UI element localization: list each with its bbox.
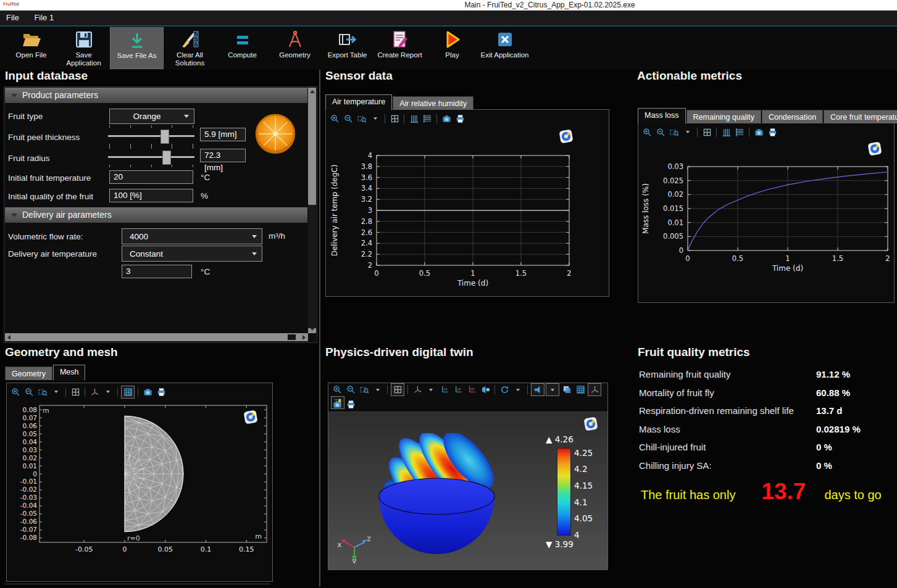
chevron-down-icon[interactable] (512, 384, 524, 395)
chevron-down-icon[interactable] (372, 384, 384, 395)
svg-text:-0.07: -0.07 (20, 526, 37, 533)
fruit-type-dropdown[interactable]: Orange (109, 109, 194, 124)
column-divider (319, 70, 320, 587)
save-file-as-button[interactable]: Save File As (110, 27, 164, 69)
tab-mesh[interactable]: Mesh (53, 365, 86, 381)
digital-twin-viewport[interactable]: ▲ 4.26 4.254.24.154.14.054 ▼ 3.99 x y z (328, 412, 607, 569)
camera-icon[interactable] (331, 399, 343, 410)
menu-file[interactable]: File (0, 10, 25, 22)
grid-toggle-icon[interactable] (121, 386, 135, 399)
zoom-extents-icon[interactable] (69, 386, 81, 398)
y-axis-log-icon[interactable] (421, 113, 433, 125)
digital-twin-toolbar-row1: xy yz xz (330, 383, 606, 397)
view-xz-icon[interactable]: xz (465, 384, 478, 395)
orientation-axes-icon[interactable] (88, 386, 101, 398)
slider-track[interactable] (108, 156, 194, 158)
section-delivery-air-parameters[interactable]: Delivery air parameters (5, 207, 307, 223)
camera-icon[interactable] (141, 386, 154, 398)
clear-all-solutions-button[interactable]: Clear All Solutions (164, 27, 216, 68)
scrollbar-thumb[interactable] (308, 205, 316, 328)
printer-icon[interactable] (344, 399, 357, 410)
tab-mass-loss[interactable]: Mass loss (638, 108, 686, 124)
vertical-scrollbar[interactable] (308, 88, 316, 333)
open-file-button[interactable]: Open File (5, 27, 57, 68)
scroll-down-icon[interactable] (310, 328, 315, 331)
zoom-extents-icon[interactable] (388, 113, 401, 125)
geometry-button[interactable]: Geometry (269, 27, 321, 68)
y-axis-log-icon[interactable] (733, 126, 746, 138)
zoom-out-icon[interactable] (344, 384, 357, 395)
section-product-parameters[interactable]: Product parameters (5, 88, 307, 103)
save-application-button[interactable]: Save Application (57, 27, 110, 68)
printer-icon[interactable] (155, 386, 167, 398)
slider-track[interactable] (108, 135, 194, 137)
initial-quality-input[interactable]: 100 [%] (109, 189, 193, 202)
chevron-down-icon[interactable] (425, 384, 437, 395)
tab-geometry[interactable]: Geometry (5, 366, 52, 380)
menu-file-1[interactable]: File 1 (28, 10, 60, 22)
zoom-extents-icon[interactable] (701, 126, 713, 138)
view-xy-icon[interactable]: xy (438, 384, 451, 395)
exit-application-button[interactable]: Exit Application (478, 27, 531, 68)
slider-handle[interactable] (162, 151, 171, 165)
tab-remaining-quality[interactable]: Remaining quality (686, 110, 761, 123)
zoom-out-icon[interactable] (654, 126, 667, 138)
camera-icon[interactable] (440, 113, 453, 125)
scene-light-icon[interactable] (531, 383, 544, 396)
x-axis-log-icon[interactable] (720, 126, 732, 138)
volumetric-flow-rate-dropdown[interactable]: 4000 (122, 228, 262, 244)
grid-toggle-icon[interactable] (574, 384, 586, 395)
zoom-in-icon[interactable] (328, 113, 341, 125)
svg-text:-0.02: -0.02 (20, 486, 37, 493)
fruit-peel-thickness-slider[interactable] (108, 125, 194, 146)
transparency-icon[interactable] (561, 384, 573, 395)
zoom-out-icon[interactable] (23, 386, 35, 398)
initial-fruit-temperature-input[interactable]: 20 (109, 170, 193, 184)
scrollbar-thumb[interactable] (288, 334, 296, 340)
chevron-down-icon[interactable] (50, 386, 62, 398)
fruit-radius-slider[interactable] (108, 146, 194, 167)
delivery-air-temp-value-input[interactable]: 3 (122, 265, 192, 278)
horizontal-scrollbar[interactable] (5, 333, 308, 341)
zoom-box-icon[interactable] (668, 126, 680, 138)
slider-handle[interactable] (161, 130, 169, 144)
zoom-box-icon[interactable] (356, 113, 368, 125)
delivery-air-temperature-dropdown[interactable]: Constant (122, 246, 262, 262)
chevron-down-icon[interactable] (369, 113, 382, 125)
view-yz-icon[interactable]: yz (452, 384, 464, 395)
orientation-axes-icon[interactable] (411, 384, 423, 395)
chevron-down-icon[interactable] (682, 126, 694, 138)
printer-icon[interactable] (766, 126, 778, 138)
zoom-box-icon[interactable] (358, 384, 370, 395)
x-axis-log-icon[interactable] (407, 113, 420, 125)
scroll-left-icon[interactable] (7, 335, 10, 340)
chevron-down-icon[interactable] (102, 386, 114, 398)
zoom-in-icon[interactable] (641, 126, 653, 138)
tab-air-temperature[interactable]: Air temperature (325, 94, 392, 110)
clear-all-solutions-label: Clear All Solutions (164, 51, 216, 67)
export-table-button[interactable]: Export Table (321, 27, 373, 68)
rotate-icon[interactable] (498, 384, 511, 395)
play-button[interactable]: Play (426, 27, 478, 68)
chevron-down-icon[interactable] (546, 383, 559, 396)
camera-icon[interactable] (753, 126, 765, 138)
svg-text:1.5: 1.5 (832, 254, 843, 263)
zoom-box-icon[interactable] (36, 386, 49, 398)
tab-air-relative-humidity[interactable]: Air relative humidity (393, 96, 474, 110)
perspective-icon[interactable] (479, 384, 491, 395)
compute-button[interactable]: Compute (216, 27, 269, 68)
scroll-up-icon[interactable] (310, 90, 315, 93)
zoom-extents-icon[interactable] (391, 383, 404, 396)
svg-text:-0.06: -0.06 (20, 518, 37, 525)
zoom-in-icon[interactable] (331, 384, 343, 395)
create-report-button[interactable]: Create Report (373, 27, 426, 68)
tab-condensation[interactable]: Condensation (762, 110, 823, 123)
scroll-right-icon[interactable] (302, 335, 306, 340)
fruit-peel-thickness-value[interactable]: 5.9 [mm] (200, 128, 246, 141)
show-axes-icon[interactable] (588, 383, 601, 396)
zoom-in-icon[interactable] (9, 386, 22, 398)
fruit-radius-value[interactable]: 72.3 [mm] (200, 149, 246, 162)
zoom-out-icon[interactable] (342, 113, 354, 125)
printer-icon[interactable] (454, 113, 466, 125)
tab-core-fruit-temperature[interactable]: Core fruit temperature (824, 110, 897, 123)
